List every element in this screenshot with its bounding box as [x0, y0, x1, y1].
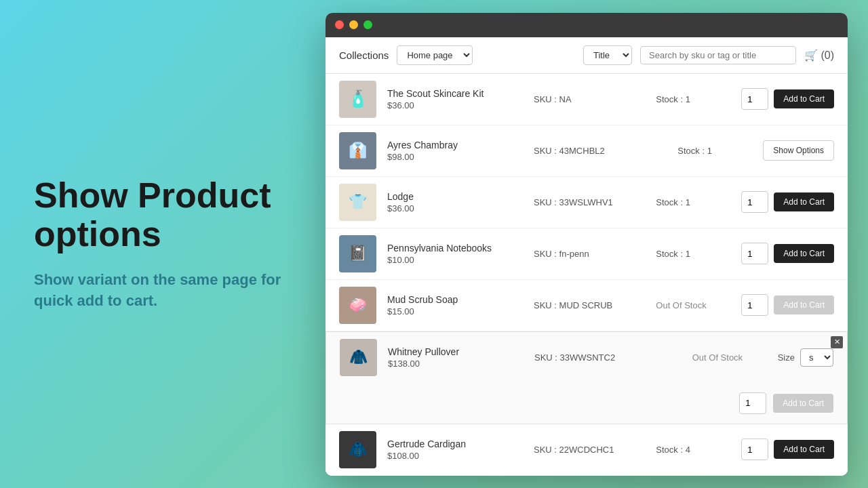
- product-stock: Stock : 1: [656, 94, 730, 104]
- product-stock: Out Of Stock: [692, 352, 767, 363]
- product-price: $36.00: [387, 203, 523, 214]
- app-content: Collections Home page All Products Featu…: [326, 37, 848, 476]
- product-sku: SKU : 22WCDCHC1: [534, 445, 645, 455]
- product-row: Ayres Chambray $98.00 SKU : 43MCHBL2 Sto…: [326, 125, 848, 177]
- collection-dropdown[interactable]: Home page All Products Featured: [397, 45, 473, 65]
- cart-icon[interactable]: 🛒 (0): [804, 49, 834, 62]
- product-price: $108.00: [387, 451, 523, 461]
- product-row: Lodge $36.00 SKU : 33WSLWHV1 Stock : 1 A…: [326, 177, 848, 228]
- product-stock: Stock : 1: [677, 146, 752, 156]
- browser-titlebar: [326, 13, 848, 37]
- product-actions: Add to Cart: [741, 88, 834, 110]
- close-expanded-button[interactable]: ✕: [831, 336, 843, 348]
- expanded-main: Whitney Pullover $138.00 SKU : 33WWSNTC2…: [340, 339, 833, 376]
- product-thumbnail: [339, 184, 376, 221]
- add-to-cart-button[interactable]: Add to Cart: [774, 89, 834, 108]
- traffic-light-green[interactable]: [363, 20, 372, 29]
- product-price: $10.00: [387, 255, 523, 265]
- product-thumbnail: [339, 287, 376, 324]
- product-name: Ayres Chambray: [387, 140, 523, 150]
- product-name: Mud Scrub Soap: [387, 294, 523, 305]
- product-name: Pennsylvania Notebooks: [387, 243, 523, 253]
- quantity-input[interactable]: [741, 294, 768, 316]
- product-info: The Scout Skincare Kit $36.00: [387, 88, 523, 110]
- traffic-light-yellow[interactable]: [349, 20, 358, 29]
- size-select[interactable]: s m l xl: [800, 348, 833, 367]
- product-info: Mud Scrub Soap $15.00: [387, 294, 523, 317]
- product-name: The Scout Skincare Kit: [387, 88, 523, 99]
- product-info: Lodge $36.00: [387, 191, 523, 214]
- product-stock: Out Of Stock: [656, 300, 730, 310]
- product-stock: Stock : 1: [656, 197, 730, 207]
- product-price: $138.00: [388, 359, 524, 369]
- product-sku: SKU : MUD SCRUB: [534, 300, 645, 310]
- sort-dropdown[interactable]: Title Price SKU: [583, 45, 632, 65]
- product-row: Pennsylvania Notebooks $10.00 SKU : fn-p…: [326, 228, 848, 280]
- product-thumbnail: [339, 431, 376, 468]
- product-sku: SKU : 33WSLWHV1: [534, 197, 645, 207]
- product-sku: SKU : 43MCHBL2: [534, 146, 667, 156]
- add-to-cart-button[interactable]: Add to Cart: [774, 192, 834, 211]
- quantity-input[interactable]: [741, 191, 768, 213]
- toolbar: Collections Home page All Products Featu…: [326, 37, 848, 74]
- product-info: Pennsylvania Notebooks $10.00: [387, 243, 523, 265]
- quantity-input[interactable]: [741, 439, 768, 460]
- add-to-cart-button[interactable]: Add to Cart: [774, 244, 834, 263]
- size-label: Size: [778, 352, 795, 363]
- quantity-input[interactable]: [739, 392, 766, 414]
- product-sku: SKU : NA: [534, 94, 645, 104]
- product-actions: Add to Cart: [741, 243, 834, 264]
- product-row: Gertrude Cardigan $108.00 SKU : 22WCDCHC…: [326, 424, 848, 476]
- product-row: Mud Scrub Soap $15.00 SKU : MUD SCRUB Ou…: [326, 280, 848, 331]
- add-to-cart-button-disabled: Add to Cart: [773, 394, 833, 413]
- traffic-light-red[interactable]: [335, 20, 344, 29]
- add-to-cart-button-disabled: Add to Cart: [774, 296, 834, 314]
- product-actions: Add to Cart: [741, 294, 834, 316]
- main-heading: Show Product options: [34, 176, 292, 253]
- product-list: The Scout Skincare Kit $36.00 SKU : NA S…: [326, 74, 848, 476]
- show-options-button[interactable]: Show Options: [763, 140, 834, 161]
- product-info: Ayres Chambray $98.00: [387, 140, 523, 162]
- sub-heading: Show variant on the same page for quick …: [34, 270, 292, 312]
- product-thumbnail: [339, 81, 376, 118]
- collections-label: Collections: [339, 49, 389, 61]
- product-actions: Add to Cart: [741, 191, 834, 213]
- quantity-input[interactable]: [741, 88, 768, 110]
- product-price: $15.00: [387, 306, 523, 317]
- product-thumbnail: [339, 235, 376, 272]
- product-info: Gertrude Cardigan $108.00: [387, 439, 523, 461]
- product-price: $98.00: [387, 152, 523, 162]
- product-sku: SKU : fn-penn: [534, 249, 645, 259]
- product-sku: SKU : 33WWSNTC2: [534, 352, 682, 363]
- expanded-options: Add to Cart: [340, 387, 833, 417]
- product-name: Gertrude Cardigan: [387, 439, 523, 449]
- product-stock: Stock : 1: [656, 249, 730, 259]
- quantity-input[interactable]: [741, 243, 768, 264]
- add-to-cart-button[interactable]: Add to Cart: [774, 440, 834, 459]
- product-price: $36.00: [387, 100, 523, 110]
- product-actions: Show Options: [763, 140, 834, 161]
- product-row: The Scout Skincare Kit $36.00 SKU : NA S…: [326, 74, 848, 125]
- left-panel: Show Product options Show variant on the…: [0, 136, 326, 352]
- browser-window: Collections Home page All Products Featu…: [326, 13, 848, 476]
- product-stock: Stock : 4: [656, 445, 730, 455]
- product-thumbnail: [339, 132, 376, 169]
- product-name: Whitney Pullover: [388, 346, 524, 357]
- product-actions: Add to Cart: [741, 439, 834, 460]
- product-info: Whitney Pullover $138.00: [388, 346, 524, 369]
- search-input[interactable]: [640, 46, 796, 64]
- product-row-expanded: ✕ Whitney Pullover $138.00 SKU : 33WWSNT…: [326, 331, 848, 424]
- product-thumbnail: [340, 339, 377, 376]
- page-wrapper: Show Product options Show variant on the…: [0, 0, 868, 488]
- product-actions: Size s m l xl: [778, 348, 833, 367]
- product-name: Lodge: [387, 191, 523, 202]
